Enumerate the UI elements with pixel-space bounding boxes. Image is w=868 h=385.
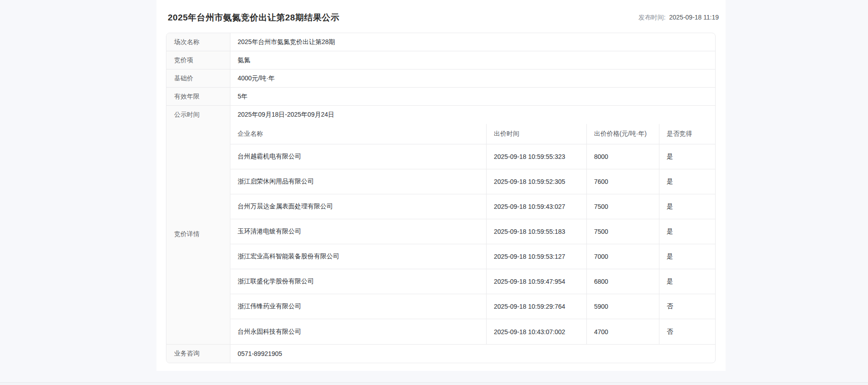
bid-row: 台州万晨达金属表面处理有限公司2025-09-18 10:59:43:02775… — [230, 194, 715, 219]
info-row: 公示时间2025年09月18日-2025年09月24日 — [166, 106, 715, 124]
bid-row: 台州永固科技有限公司2025-09-18 10:43:07:0024700否 — [230, 319, 715, 344]
bid-cell-company: 浙江联盛化学股份有限公司 — [230, 269, 487, 294]
bid-cell-time: 2025-09-18 10:59:52:305 — [487, 169, 587, 194]
bid-cell-won: 否 — [659, 319, 715, 344]
bid-cell-company: 台州万晨达金属表面处理有限公司 — [230, 194, 487, 219]
footer-strip — [0, 382, 868, 385]
bid-row: 浙江伟锋药业有限公司2025-09-18 10:59:29:7645900否 — [230, 294, 715, 319]
bid-cell-price: 5900 — [587, 294, 659, 319]
bid-row: 玉环清港电镀有限公司2025-09-18 10:59:55:1837500是 — [230, 219, 715, 244]
bid-table-header: 企业名称出价时间出价价格(元/吨·年)是否竞得 — [230, 124, 715, 144]
bid-cell-price: 7500 — [587, 219, 659, 244]
bid-row: 浙江联盛化学股份有限公司2025-09-18 10:59:47:9546800是 — [230, 269, 715, 294]
info-row: 场次名称2025年台州市氨氮竞价出让第28期 — [166, 33, 715, 51]
page: 2025年台州市氨氮竞价出让第28期结果公示 发布时间: 2025-09-18 … — [0, 0, 868, 385]
bid-table: 企业名称出价时间出价价格(元/吨·年)是否竞得 台州越霸机电有限公司2025-0… — [230, 124, 715, 344]
info-row-label: 基础价 — [166, 69, 230, 87]
bid-cell-won: 是 — [659, 169, 715, 194]
info-row-value: 4000元/吨·年 — [230, 69, 715, 87]
info-row-value: 氨氮 — [230, 51, 715, 69]
contact-row: 业务咨询 0571-89921905 — [166, 345, 715, 363]
info-row-label: 公示时间 — [166, 106, 230, 124]
publish-time: 发布时间: 2025-09-18 11:19 — [639, 14, 719, 22]
bid-cell-company: 浙江宏业高科智能装备股份有限公司 — [230, 244, 487, 269]
contact-value: 0571-89921905 — [230, 345, 715, 363]
column-company: 企业名称 — [230, 124, 487, 144]
contact-label: 业务咨询 — [166, 345, 230, 363]
bid-cell-time: 2025-09-18 10:59:43:027 — [487, 194, 587, 219]
announcement-card: 2025年台州市氨氮竞价出让第28期结果公示 发布时间: 2025-09-18 … — [156, 0, 726, 371]
bid-row: 浙江启荣休闲用品有限公司2025-09-18 10:59:52:3057600是 — [230, 169, 715, 194]
bid-cell-company: 浙江伟锋药业有限公司 — [230, 294, 487, 319]
bid-cell-time: 2025-09-18 10:59:53:127 — [487, 244, 587, 269]
info-row-value: 2025年台州市氨氮竞价出让第28期 — [230, 33, 715, 51]
column-won: 是否竞得 — [659, 124, 715, 144]
bid-cell-won: 是 — [659, 219, 715, 244]
bid-cell-price: 7500 — [587, 194, 659, 219]
bid-cell-won: 否 — [659, 294, 715, 319]
bid-cell-time: 2025-09-18 10:43:07:002 — [487, 319, 587, 344]
bid-details-row: 竞价详情 企业名称出价时间出价价格(元/吨·年)是否竞得 台州越霸机电有限公司2… — [166, 124, 715, 345]
bid-cell-price: 6800 — [587, 269, 659, 294]
card-header: 2025年台州市氨氮竞价出让第28期结果公示 发布时间: 2025-09-18 … — [156, 0, 726, 32]
bid-cell-price: 7600 — [587, 169, 659, 194]
publish-time-label: 发布时间: — [639, 14, 666, 21]
bid-cell-time: 2025-09-18 10:59:55:323 — [487, 144, 587, 169]
publish-time-value: 2025-09-18 11:19 — [669, 14, 719, 21]
bid-cell-time: 2025-09-18 10:59:47:954 — [487, 269, 587, 294]
info-row: 基础价4000元/吨·年 — [166, 69, 715, 88]
bid-cell-company: 浙江启荣休闲用品有限公司 — [230, 169, 487, 194]
info-row-label: 竞价项 — [166, 51, 230, 69]
bid-cell-company: 台州永固科技有限公司 — [230, 319, 487, 344]
bid-cell-company: 台州越霸机电有限公司 — [230, 144, 487, 169]
info-rows: 场次名称2025年台州市氨氮竞价出让第28期竞价项氨氮基础价4000元/吨·年有… — [166, 33, 715, 124]
bid-cell-won: 是 — [659, 244, 715, 269]
bid-cell-price: 4700 — [587, 319, 659, 344]
bid-cell-won: 是 — [659, 144, 715, 169]
bid-cell-company: 玉环清港电镀有限公司 — [230, 219, 487, 244]
bid-details-label: 竞价详情 — [166, 124, 230, 344]
bid-cell-price: 8000 — [587, 144, 659, 169]
column-bid-price: 出价价格(元/吨·年) — [587, 124, 659, 144]
info-row-value: 2025年09月18日-2025年09月24日 — [230, 106, 715, 124]
bid-cell-won: 是 — [659, 269, 715, 294]
info-row: 有效年限5年 — [166, 88, 715, 106]
info-row: 竞价项氨氮 — [166, 51, 715, 69]
page-title: 2025年台州市氨氮竞价出让第28期结果公示 — [168, 12, 339, 24]
bid-row: 台州越霸机电有限公司2025-09-18 10:59:55:3238000是 — [230, 144, 715, 169]
bid-cell-time: 2025-09-18 10:59:29:764 — [487, 294, 587, 319]
info-row-label: 场次名称 — [166, 33, 230, 51]
bid-cell-time: 2025-09-18 10:59:55:183 — [487, 219, 587, 244]
bid-cell-won: 是 — [659, 194, 715, 219]
bid-cell-price: 7000 — [587, 244, 659, 269]
bid-table-body: 台州越霸机电有限公司2025-09-18 10:59:55:3238000是浙江… — [230, 144, 715, 344]
announcement-table: 场次名称2025年台州市氨氮竞价出让第28期竞价项氨氮基础价4000元/吨·年有… — [166, 33, 716, 363]
column-bid-time: 出价时间 — [487, 124, 587, 144]
bid-row: 浙江宏业高科智能装备股份有限公司2025-09-18 10:59:53:1277… — [230, 244, 715, 269]
info-row-label: 有效年限 — [166, 88, 230, 105]
info-row-value: 5年 — [230, 88, 715, 105]
